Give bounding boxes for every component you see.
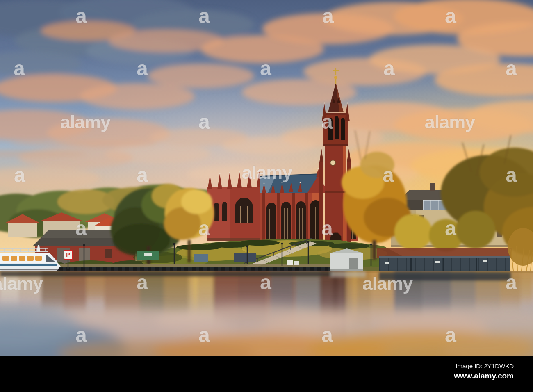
boathouses <box>377 248 512 272</box>
boat-windows <box>2 256 42 261</box>
photo-area: P aaaaaaaaaaaaaaaaaaaaaaaaaaalamyalamyal… <box>0 0 533 356</box>
lake-water <box>0 271 533 356</box>
spire-golden-orb <box>334 76 337 79</box>
parking-sign-label: P <box>66 252 70 258</box>
scene <box>0 0 533 356</box>
info-board <box>194 254 208 262</box>
notice-board <box>234 253 256 262</box>
sky-reflection <box>0 304 533 356</box>
image-id-text: Image ID: 2Y1DWKD <box>454 362 514 369</box>
watermarked-stock-photo-page: P aaaaaaaaaaaaaaaaaaaaaaaaaaalamyalamyal… <box>0 0 533 392</box>
footer-bar: alamy Image ID: 2Y1DWKD www.alamy.com <box>0 356 533 392</box>
footer-info: Image ID: 2Y1DWKD www.alamy.com <box>454 362 514 381</box>
website-url-text: www.alamy.com <box>454 371 514 381</box>
